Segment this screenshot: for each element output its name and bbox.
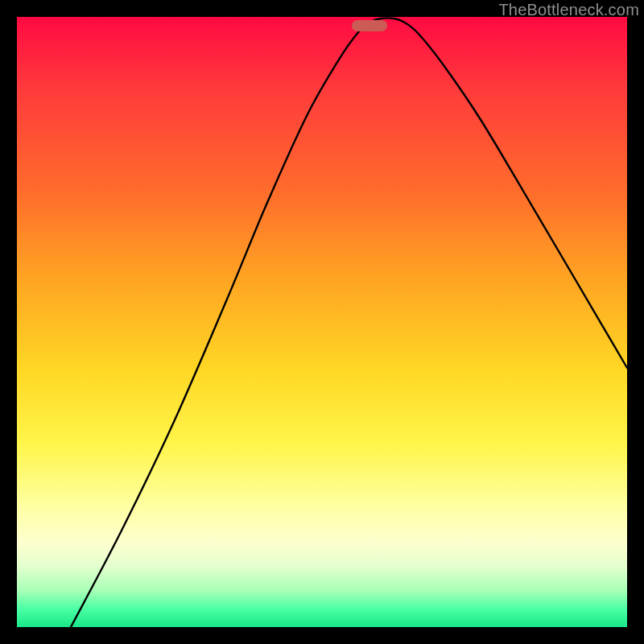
plot-area (17, 17, 627, 627)
bottleneck-curve (17, 17, 627, 627)
chart-frame: TheBottleneck.com (0, 0, 644, 644)
optimal-point-marker (352, 20, 387, 31)
